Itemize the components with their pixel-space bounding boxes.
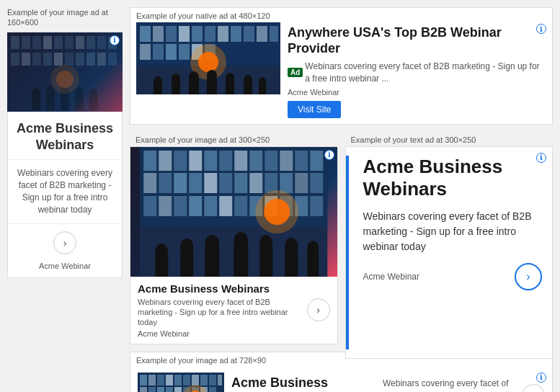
left-column: Example of your image ad at 160×600 ℹ: [7, 7, 123, 392]
ad-480x120-title: Anywhere USA's Top B2B Webinar Provider: [288, 25, 546, 56]
ad-300x250-text-inner: ℹ Acme Business Webinars Webinars coveri…: [345, 146, 554, 359]
windows-bg-svg: [7, 32, 123, 112]
svg-rect-111: [180, 250, 193, 277]
svg-rect-89: [249, 173, 262, 193]
ad-300x250-image-label: Example of your image ad at 300×250: [130, 132, 338, 146]
svg-point-32: [50, 65, 79, 94]
svg-rect-46: [140, 44, 151, 60]
svg-rect-90: [265, 173, 277, 193]
svg-rect-37: [166, 26, 177, 42]
ad-480x120-section: Example of your native ad at 480×120: [130, 7, 553, 125]
ad-480x120-inner: ℹ Anywhere USA's Top B2B Webinar Provide…: [130, 22, 552, 124]
svg-rect-132: [209, 375, 216, 386]
svg-rect-61: [207, 77, 217, 94]
ad-480x120-image: [136, 22, 280, 94]
svg-rect-138: [174, 387, 182, 392]
svg-rect-12: [22, 53, 30, 66]
ad-728x90-inner: ℹ: [130, 367, 552, 392]
svg-rect-14: [43, 53, 52, 66]
svg-rect-129: [183, 375, 190, 386]
ad-300x250-image: [130, 147, 337, 277]
svg-rect-126: [157, 375, 164, 386]
svg-rect-83: [159, 173, 172, 193]
svg-rect-39: [192, 26, 203, 42]
svg-rect-93: [310, 173, 323, 193]
svg-rect-6: [65, 36, 74, 49]
svg-rect-113: [205, 247, 219, 277]
svg-rect-36: [153, 26, 164, 42]
svg-rect-55: [154, 83, 162, 94]
svg-rect-28: [75, 94, 84, 110]
svg-rect-2: [22, 36, 30, 49]
svg-rect-4: [43, 36, 52, 49]
svg-rect-18: [86, 53, 95, 66]
ad-300x250-text-section: Example of your text ad at 300×250 ℹ Acm…: [345, 132, 554, 344]
svg-rect-135: [148, 387, 156, 392]
info-icon-300txt[interactable]: ℹ: [536, 153, 546, 163]
ad-480x120-badge: Ad Webinars covering every facet of B2B …: [288, 61, 546, 85]
info-icon-480[interactable]: ℹ: [536, 24, 546, 34]
svg-rect-76: [234, 151, 247, 171]
svg-rect-45: [270, 26, 278, 42]
middle-row: Example of your image ad at 300×250 ℹ: [130, 132, 553, 344]
svg-rect-70: [143, 151, 156, 171]
ad-300x250-image-advertiser: Acme Webinar: [138, 329, 307, 338]
info-icon-160[interactable]: ℹ: [110, 35, 120, 45]
svg-rect-19: [97, 53, 106, 66]
svg-rect-137: [166, 387, 173, 392]
svg-rect-43: [244, 26, 254, 42]
ad-300x250-image-inner: ℹ: [130, 146, 338, 344]
ad-300x250-text-arrow[interactable]: ›: [515, 263, 542, 290]
svg-rect-67: [259, 83, 266, 94]
ad-728x90-arrow[interactable]: ›: [522, 384, 545, 392]
svg-rect-84: [174, 173, 187, 193]
ad-300x250-text-desc: Webinars covering every facet of B2B mar…: [356, 209, 543, 254]
svg-rect-20: [108, 53, 117, 66]
ad-300x250-image-arrow[interactable]: ›: [307, 298, 330, 321]
svg-rect-42: [231, 26, 241, 42]
svg-rect-85: [189, 173, 202, 193]
svg-rect-128: [174, 375, 182, 386]
ad-160x600-label: Example of your image ad at 160×600: [7, 7, 123, 28]
svg-rect-100: [234, 196, 247, 216]
svg-rect-99: [219, 196, 232, 216]
svg-rect-92: [295, 173, 308, 193]
svg-rect-127: [166, 375, 173, 386]
svg-rect-121: [307, 251, 319, 277]
svg-rect-117: [259, 246, 272, 277]
ad-160x600-body: Webinars covering every facet of B2B mar…: [8, 160, 122, 223]
ad-160x600-arrow[interactable]: ›: [53, 231, 76, 254]
svg-rect-22: [32, 96, 40, 110]
info-icon-300img[interactable]: ℹ: [324, 150, 334, 160]
svg-rect-88: [234, 173, 247, 193]
svg-rect-74: [204, 151, 217, 171]
svg-rect-71: [159, 151, 172, 171]
ad-160x600-advertiser: Acme Webinar: [39, 262, 91, 277]
svg-rect-134: [140, 387, 147, 392]
svg-rect-94: [143, 196, 156, 216]
svg-rect-49: [179, 44, 190, 60]
ad-480x120-desc: Webinars covering every facet of B2B mar…: [305, 61, 546, 85]
svg-rect-115: [234, 244, 248, 277]
svg-rect-96: [174, 196, 187, 216]
svg-rect-87: [219, 173, 232, 193]
svg-rect-91: [280, 173, 293, 193]
svg-rect-47: [153, 44, 164, 60]
ad-300x250-text-advertiser: Acme Webinar: [363, 272, 419, 282]
divider-2: [8, 223, 122, 224]
ad-300x250-text-footer: Acme Webinar ›: [356, 263, 543, 290]
svg-rect-133: [218, 375, 222, 386]
visit-site-button[interactable]: Visit Site: [288, 101, 341, 118]
svg-rect-105: [310, 196, 323, 216]
info-icon-728[interactable]: ℹ: [536, 373, 546, 383]
svg-rect-95: [159, 196, 172, 216]
svg-rect-59: [189, 79, 199, 94]
main-layout: Example of your image ad at 160×600 ℹ: [0, 0, 560, 392]
svg-rect-44: [257, 26, 267, 42]
svg-rect-26: [61, 92, 69, 110]
ad-480x120-content: ℹ Anywhere USA's Top B2B Webinar Provide…: [288, 22, 546, 118]
ad-160x600-title: Acme Business Webinars: [8, 112, 122, 160]
svg-rect-77: [249, 151, 262, 171]
svg-rect-1: [11, 36, 19, 49]
svg-rect-97: [189, 196, 202, 216]
